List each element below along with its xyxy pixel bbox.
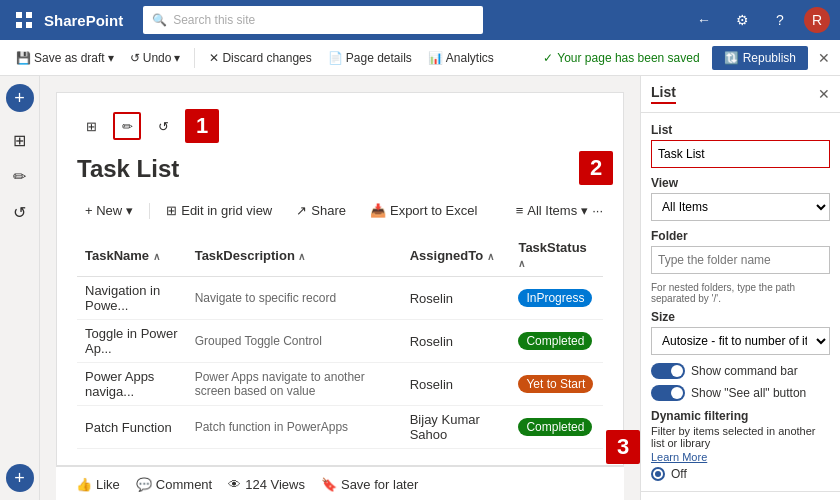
list-action-toolbar: + New ▾ ⊞ Edit in grid view ↗ Share 📥 Ex… (77, 199, 603, 222)
discard-icon: ✕ (209, 51, 219, 65)
new-item-button[interactable]: + New ▾ (77, 199, 141, 222)
col-header-taskstatus[interactable]: TaskStatus ∧ (510, 234, 603, 277)
col-header-assignedto[interactable]: AssignedTo ∧ (402, 234, 511, 277)
edit-grid-icon: ⊞ (166, 203, 177, 218)
panel-footer: Apply (641, 491, 840, 500)
sidebar-edit-icon[interactable]: ✏ (4, 160, 36, 192)
add-section-bottom-button[interactable]: + (6, 464, 34, 492)
sidebar-layout-icon[interactable]: ⊞ (4, 124, 36, 156)
like-icon: 👍 (76, 477, 92, 492)
quick-layout-icon[interactable]: ⊞ (77, 112, 105, 140)
cell-assignedto: Roselin (402, 320, 511, 363)
top-nav: SharePoint 🔍 Search this site ← ⚙ ? R (0, 0, 840, 40)
new-item-label: + New (85, 203, 122, 218)
share-label: Share (311, 203, 346, 218)
edit-grid-button[interactable]: ⊞ Edit in grid view (158, 199, 280, 222)
undo-icon: ↺ (130, 51, 140, 65)
page-details-label: Page details (346, 51, 412, 65)
discard-button[interactable]: ✕ Discard changes (203, 47, 317, 69)
page-footer: 👍 Like 💬 Comment 👁 124 Views 🔖 Save for … (56, 466, 624, 500)
share-button[interactable]: ↗ Share (288, 199, 354, 222)
right-panel: List ✕ List View All Items Folder For ne… (640, 76, 840, 500)
nav-right-icons: ← ⚙ ? R (690, 6, 830, 34)
search-box[interactable]: 🔍 Search this site (143, 6, 483, 34)
page-editor: ⊞ ✏ ↺ 1 Task List 2 + New ▾ ⊞ Edit in gr (40, 76, 640, 500)
size-label: Size (651, 310, 830, 324)
comment-label: Comment (156, 477, 212, 492)
export-button[interactable]: 📥 Export to Excel (362, 199, 485, 222)
all-items-more[interactable]: ··· (592, 203, 603, 218)
search-placeholder: Search this site (173, 13, 255, 27)
page-content-card: ⊞ ✏ ↺ 1 Task List 2 + New ▾ ⊞ Edit in gr (56, 92, 624, 466)
table-row: Patch Function Patch function in PowerAp… (77, 406, 603, 449)
dynamic-off-label: Off (671, 467, 687, 481)
badge-1: 1 (185, 109, 219, 143)
toolbar-close-button[interactable]: ✕ (818, 50, 830, 66)
like-button[interactable]: 👍 Like (76, 477, 120, 492)
edit-grid-label: Edit in grid view (181, 203, 272, 218)
new-item-chevron: ▾ (126, 203, 133, 218)
cell-taskdesc: Navigate to specific record (187, 277, 402, 320)
panel-title: List (651, 84, 676, 104)
check-icon: ✓ (543, 51, 553, 65)
back-icon[interactable]: ← (690, 6, 718, 34)
cell-taskdesc: Power Apps navigate to another screen ba… (187, 363, 402, 406)
undo-button[interactable]: ↺ Undo ▾ (124, 47, 187, 69)
cell-taskdesc: Grouped Toggle Control (187, 320, 402, 363)
views-count: 👁 124 Views (228, 477, 305, 492)
svg-rect-3 (26, 22, 32, 28)
quick-undo-icon[interactable]: ↺ (149, 112, 177, 140)
folder-hint: For nested folders, type the path separa… (651, 282, 830, 304)
search-icon: 🔍 (152, 13, 167, 27)
show-command-bar-toggle[interactable] (651, 363, 685, 379)
show-see-all-label: Show "See all" button (691, 386, 806, 400)
list-field-label: List (651, 123, 830, 137)
table-row: Navigation in Powe... Navigate to specif… (77, 277, 603, 320)
settings-icon[interactable]: ⚙ (728, 6, 756, 34)
user-avatar[interactable]: R (804, 7, 830, 33)
save-draft-chevron: ▾ (108, 51, 114, 65)
svg-rect-2 (16, 22, 22, 28)
analytics-button[interactable]: 📊 Analytics (422, 47, 500, 69)
save-draft-button[interactable]: 💾 Save as draft ▾ (10, 47, 120, 69)
dynamic-off-radio[interactable] (651, 467, 665, 481)
brand-name: SharePoint (44, 12, 123, 29)
help-icon[interactable]: ? (766, 6, 794, 34)
panel-close-button[interactable]: ✕ (818, 86, 830, 102)
task-list-table: TaskName ∧ TaskDescription ∧ AssignedTo … (77, 234, 603, 449)
list-name-input[interactable] (651, 140, 830, 168)
comment-button[interactable]: 💬 Comment (136, 477, 212, 492)
quick-edit-icon[interactable]: ✏ (113, 112, 141, 140)
col-header-taskname[interactable]: TaskName ∧ (77, 234, 187, 277)
republish-label: Republish (743, 51, 796, 65)
folder-label: Folder (651, 229, 830, 243)
quick-icons-bar: ⊞ ✏ ↺ 1 (77, 109, 603, 143)
main-area: + ⊞ ✏ ↺ + ⊞ ✏ ↺ 1 Task List 2 + New (0, 76, 840, 500)
sidebar-undo-icon[interactable]: ↺ (4, 196, 36, 228)
page-details-icon: 📄 (328, 51, 343, 65)
size-select[interactable]: Autosize - fit to number of items (651, 327, 830, 355)
undo-chevron: ▾ (174, 51, 180, 65)
grid-icon[interactable] (10, 6, 38, 34)
view-select[interactable]: All Items (651, 193, 830, 221)
views-label: 124 Views (245, 477, 305, 492)
save-later-button[interactable]: 🔖 Save for later (321, 477, 418, 492)
folder-input[interactable] (651, 246, 830, 274)
size-section: Size Autosize - fit to number of items (651, 310, 830, 363)
add-section-top-button[interactable]: + (6, 84, 34, 112)
table-row: Power Apps naviga... Power Apps navigate… (77, 363, 603, 406)
page-details-button[interactable]: 📄 Page details (322, 47, 418, 69)
col-header-taskdesc[interactable]: TaskDescription ∧ (187, 234, 402, 277)
table-row: Toggle in Power Ap... Grouped Toggle Con… (77, 320, 603, 363)
save-draft-label: Save as draft (34, 51, 105, 65)
all-items-view[interactable]: ≡ All Items ▾ ··· (516, 203, 603, 218)
republish-button[interactable]: 🔃 Republish (712, 46, 808, 70)
like-label: Like (96, 477, 120, 492)
republish-icon: 🔃 (724, 51, 739, 65)
saved-message: ✓ Your page has been saved (543, 51, 699, 65)
cell-assignedto: Roselin (402, 277, 511, 320)
share-icon: ↗ (296, 203, 307, 218)
cell-taskname: Toggle in Power Ap... (77, 320, 187, 363)
show-see-all-toggle[interactable] (651, 385, 685, 401)
learn-more-link[interactable]: Learn More (651, 451, 830, 463)
